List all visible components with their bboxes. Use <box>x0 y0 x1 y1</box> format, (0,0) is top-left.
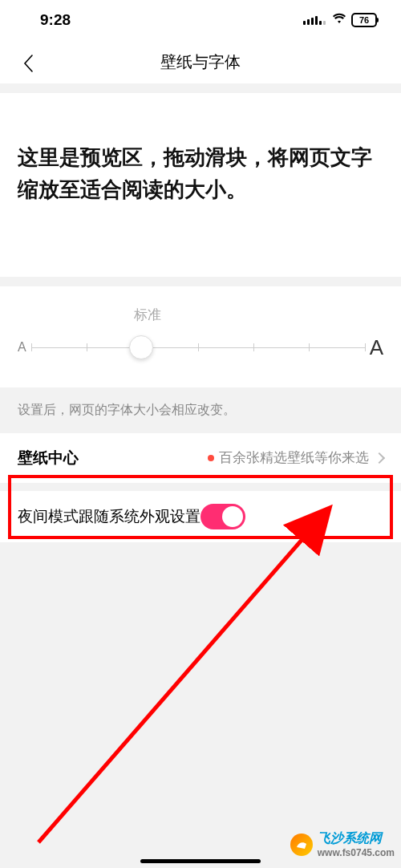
home-indicator <box>140 859 261 863</box>
font-preview-area: 这里是预览区，拖动滑块，将网页文字缩放至适合阅读的大小。 <box>0 93 401 277</box>
battery-level: 76 <box>359 15 369 25</box>
wifi-icon <box>332 12 346 28</box>
font-size-slider[interactable] <box>31 338 365 357</box>
wallpaper-promo: 百余张精选壁纸等你来选 <box>208 448 369 467</box>
battery-icon: 76 <box>351 13 377 27</box>
slider-tick <box>198 343 199 351</box>
slider-tick <box>87 343 87 351</box>
watermark-name: 飞沙系统网 <box>318 831 382 845</box>
svg-line-0 <box>38 513 325 842</box>
watermark-logo-icon <box>290 834 313 856</box>
slider-tick <box>309 343 310 351</box>
night-mode-toggle[interactable] <box>200 504 245 529</box>
section-gap <box>0 83 401 93</box>
status-right: 76 <box>303 12 377 28</box>
wallpaper-center-row[interactable]: 壁纸中心 百余张精选壁纸等你来选 <box>0 433 401 483</box>
slider-thumb[interactable] <box>129 335 153 359</box>
signal-icon <box>303 16 326 25</box>
chevron-right-icon <box>374 452 385 464</box>
promo-dot-icon <box>208 455 214 461</box>
slider-tick <box>31 343 32 351</box>
slider-tick <box>253 343 254 351</box>
slider-min-icon: A <box>18 340 26 355</box>
status-bar: 9:28 76 <box>0 0 401 40</box>
watermark: 飞沙系统网 www.fs0745.com <box>290 830 395 858</box>
section-gap <box>0 483 401 491</box>
toggle-knob-icon <box>222 506 243 527</box>
slider-tick <box>365 343 366 351</box>
wallpaper-promo-text: 百余张精选壁纸等你来选 <box>219 448 369 467</box>
night-mode-follow-system-row: 夜间模式跟随系统外观设置 <box>0 491 401 542</box>
nav-bar: 壁纸与字体 <box>0 40 401 83</box>
wallpaper-center-title: 壁纸中心 <box>18 448 79 468</box>
page-title: 壁纸与字体 <box>0 51 401 73</box>
watermark-url: www.fs0745.com <box>318 847 395 858</box>
back-button[interactable] <box>16 51 40 75</box>
night-mode-label: 夜间模式跟随系统外观设置 <box>18 506 200 527</box>
font-size-hint: 设置后，网页的字体大小会相应改变。 <box>0 387 401 433</box>
slider-standard-label: 标准 <box>0 306 330 324</box>
font-size-slider-section: 标准 A A <box>0 286 401 387</box>
status-time: 9:28 <box>40 11 71 29</box>
slider-max-icon: A <box>370 335 383 360</box>
section-gap <box>0 277 401 286</box>
